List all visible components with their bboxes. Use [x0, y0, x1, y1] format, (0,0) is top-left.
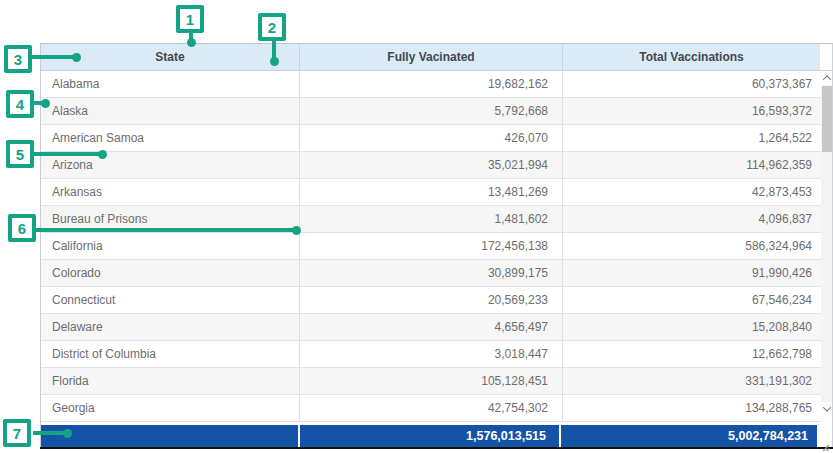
callout-6-marker: 6	[8, 214, 36, 242]
chevron-down-icon	[822, 403, 830, 411]
callout-6-connector-dot	[292, 226, 301, 235]
table-row[interactable]: Florida 105,128,451 331,191,302	[41, 368, 832, 395]
table-header-row: State Fully Vacinated Total Vaccinations	[41, 44, 832, 71]
total-vaccinations-cell: 42,873,453	[563, 179, 832, 205]
fully-vacinated-cell: 4,656,497	[300, 314, 563, 340]
summary-state-cell	[41, 425, 300, 447]
callout-2-connector-dot	[270, 57, 279, 66]
table-body: Alabama 19,682,162 60,373,367 Alaska 5,7…	[41, 71, 832, 422]
table-row[interactable]: American Samoa 426,070 1,264,522	[41, 125, 832, 152]
callout-7-connector-dot	[63, 429, 72, 438]
table-row[interactable]: Connecticut 20,569,233 67,546,234	[41, 287, 832, 314]
total-vaccinations-cell: 114,962,359	[563, 152, 832, 178]
fully-vacinated-cell: 426,070	[300, 125, 563, 151]
callout-1-marker: 1	[176, 5, 204, 33]
table-row[interactable]: District of Columbia 3,018,447 12,662,79…	[41, 341, 832, 368]
fully-vacinated-cell: 13,481,269	[300, 179, 563, 205]
callout-2-marker: 2	[258, 13, 286, 41]
table-row[interactable]: Arizona 35,021,994 114,962,359	[41, 152, 832, 179]
fully-vacinated-cell: 172,456,138	[300, 233, 563, 259]
callout-1-number: 1	[186, 11, 194, 28]
table-row[interactable]: California 172,456,138 586,324,964	[41, 233, 832, 260]
callout-3-number: 3	[14, 51, 22, 68]
state-cell: Arkansas	[41, 179, 300, 205]
state-cell: Florida	[41, 368, 300, 394]
callout-2-number: 2	[268, 19, 276, 36]
fully-vacinated-cell: 5,792,668	[300, 98, 563, 124]
table-row[interactable]: Colorado 30,899,175 91,990,426	[41, 260, 832, 287]
summary-row: 1,576,013,515 5,002,784,231	[41, 425, 832, 447]
callout-4-marker: 4	[6, 90, 34, 118]
state-cell: American Samoa	[41, 125, 300, 151]
fully-vacinated-cell: 3,018,447	[300, 341, 563, 367]
vaccination-table: State Fully Vacinated Total Vaccinations…	[40, 43, 833, 447]
bottom-border-line	[40, 447, 833, 449]
total-vaccinations-cell: 67,546,234	[563, 287, 832, 313]
total-vaccinations-cell: 15,208,840	[563, 314, 832, 340]
callout-3-connector-dot	[72, 53, 81, 62]
total-vaccinations-cell: 91,990,426	[563, 260, 832, 286]
callout-5-connector-line	[33, 152, 100, 156]
callout-6-number: 6	[18, 220, 26, 237]
fully-vacinated-cell: 105,128,451	[300, 368, 563, 394]
table-row[interactable]: Alabama 19,682,162 60,373,367	[41, 71, 832, 98]
callout-5-connector-dot	[98, 150, 107, 159]
callout-4-connector-dot	[41, 99, 50, 108]
state-cell: Colorado	[41, 260, 300, 286]
scroll-down-button[interactable]	[821, 402, 832, 416]
state-cell: Delaware	[41, 314, 300, 340]
total-vaccinations-cell: 16,593,372	[563, 98, 832, 124]
table-row[interactable]: Alaska 5,792,668 16,593,372	[41, 98, 832, 125]
total-vaccinations-cell: 1,264,522	[563, 125, 832, 151]
total-vaccinations-cell: 12,662,798	[563, 341, 832, 367]
callout-3-marker: 3	[4, 45, 32, 73]
fully-vacinated-cell: 1,481,602	[300, 206, 563, 232]
fully-vacinated-cell: 19,682,162	[300, 71, 563, 97]
state-cell: Alaska	[41, 98, 300, 124]
state-cell: California	[41, 233, 300, 259]
total-vaccinations-cell: 134,288,765	[563, 395, 832, 421]
callout-6-connector-line	[35, 228, 294, 232]
fully-vacinated-cell: 20,569,233	[300, 287, 563, 313]
fully-vacinated-cell: 30,899,175	[300, 260, 563, 286]
callout-7-connector-line	[33, 431, 65, 435]
column-header-total-vaccinations[interactable]: Total Vaccinations	[563, 44, 820, 70]
scroll-up-button[interactable]	[821, 71, 832, 85]
table-row[interactable]: Georgia 42,754,302 134,288,765	[41, 395, 832, 422]
summary-fully-vacinated-cell: 1,576,013,515	[300, 425, 561, 447]
resize-grip-icon[interactable]	[820, 438, 830, 448]
total-vaccinations-cell: 4,096,837	[563, 206, 832, 232]
column-header-fully-vacinated[interactable]: Fully Vacinated	[300, 44, 563, 70]
total-vaccinations-cell: 60,373,367	[563, 71, 832, 97]
state-cell: District of Columbia	[41, 341, 300, 367]
callout-3-connector-line	[31, 55, 74, 59]
state-cell: Alabama	[41, 71, 300, 97]
callout-5-number: 5	[16, 146, 24, 163]
scrollbar-thumb[interactable]	[822, 86, 832, 152]
fully-vacinated-cell: 35,021,994	[300, 152, 563, 178]
state-cell: Georgia	[41, 395, 300, 421]
callout-1-connector-dot	[187, 38, 196, 47]
vertical-scrollbar[interactable]	[821, 71, 832, 422]
callout-5-marker: 5	[6, 140, 34, 168]
header-scrollbar-spacer	[820, 44, 832, 70]
callout-7-number: 7	[13, 425, 21, 442]
fully-vacinated-cell: 42,754,302	[300, 395, 563, 421]
callout-7-marker: 7	[3, 419, 31, 447]
callout-4-number: 4	[16, 96, 24, 113]
table-row[interactable]: Arkansas 13,481,269 42,873,453	[41, 179, 832, 206]
summary-total-vaccinations-cell: 5,002,784,231	[561, 425, 817, 447]
total-vaccinations-cell: 586,324,964	[563, 233, 832, 259]
state-cell: Connecticut	[41, 287, 300, 313]
total-vaccinations-cell: 331,191,302	[563, 368, 832, 394]
chevron-up-icon	[822, 75, 830, 83]
table-row[interactable]: Delaware 4,656,497 15,208,840	[41, 314, 832, 341]
